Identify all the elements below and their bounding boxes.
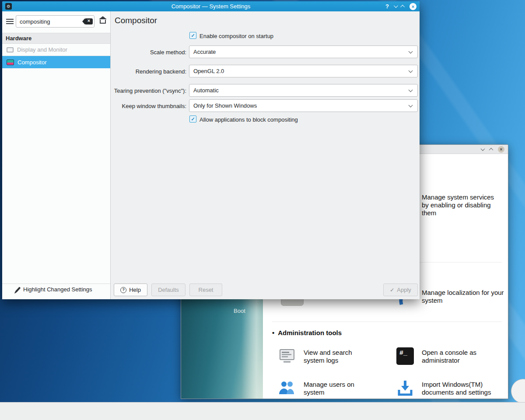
dropdown-value: Automatic bbox=[193, 84, 219, 96]
chevron-down-icon bbox=[409, 69, 413, 73]
sidebar-item-compositor[interactable]: Compositor bbox=[2, 56, 110, 68]
reset-button-label: Reset bbox=[199, 287, 214, 293]
dropdown-value: Accurate bbox=[193, 46, 216, 58]
users-icon[interactable] bbox=[278, 379, 296, 397]
block-compositing-checkbox[interactable]: ✓ bbox=[189, 116, 196, 122]
admin-item-console-label[interactable]: Open a console as administrator bbox=[422, 349, 498, 364]
rendering-backend-dropdown[interactable]: OpenGL 2.0 bbox=[189, 65, 418, 77]
clear-search-icon[interactable] bbox=[85, 18, 93, 24]
apply-check-icon: ✓ bbox=[390, 287, 394, 293]
chevron-down-icon bbox=[409, 103, 413, 108]
help-button[interactable]: ? Help bbox=[114, 284, 147, 296]
admin-item-import-label[interactable]: Import Windows(TM) documents and setting… bbox=[422, 381, 508, 396]
desktop-widget-circle[interactable] bbox=[511, 379, 525, 403]
sidebar-footer-separator bbox=[2, 284, 110, 284]
hamburger-menu-icon[interactable] bbox=[6, 19, 14, 24]
minimize-icon[interactable] bbox=[394, 4, 398, 8]
mcc-row-localization-label[interactable]: Manage localization for your system bbox=[422, 289, 505, 304]
system-settings-window[interactable]: ⚙ Compositor — System Settings ? × Hardw… bbox=[2, 1, 420, 299]
minimize-icon[interactable] bbox=[481, 147, 485, 151]
maximize-icon[interactable] bbox=[489, 148, 494, 152]
window-title: Compositor — System Settings bbox=[2, 1, 420, 11]
rendering-backend-label: Rendering backend: bbox=[46, 68, 186, 75]
dropdown-value: OpenGL 2.0 bbox=[193, 65, 224, 77]
mcc-section-separator bbox=[272, 322, 502, 322]
admin-tools-title: Administration tools bbox=[278, 329, 342, 336]
highlight-changed-settings[interactable]: Highlight Changed Settings bbox=[17, 286, 92, 293]
desktop: × Boot Manage system services by enablin… bbox=[0, 0, 525, 420]
console-icon[interactable]: #_ bbox=[396, 347, 414, 365]
monitor-icon bbox=[7, 47, 14, 52]
apply-button[interactable]: ✓ Apply bbox=[383, 284, 418, 296]
admin-item-users-label[interactable]: Manage users on system bbox=[304, 381, 369, 396]
dropdown-value: Only for Shown Windows bbox=[193, 100, 257, 112]
help-button-label: Help bbox=[129, 287, 141, 293]
apply-button-label: Apply bbox=[397, 287, 411, 293]
page-title: Compositor bbox=[115, 16, 157, 25]
scale-method-dropdown[interactable]: Accurate bbox=[189, 46, 418, 58]
keep-thumbnails-dropdown[interactable]: Only for Shown Windows bbox=[189, 99, 418, 112]
import-windows-icon[interactable] bbox=[396, 379, 414, 397]
admin-item-logs-label[interactable]: View and search system logs bbox=[304, 349, 369, 364]
enable-compositor-label: Enable compositor on startup bbox=[200, 33, 273, 39]
sidebar-item-label: Compositor bbox=[18, 59, 46, 66]
block-compositing-label: Allow applications to block compositing bbox=[200, 116, 298, 123]
keep-thumbnails-label: Keep window thumbnails: bbox=[46, 103, 186, 109]
home-icon[interactable] bbox=[100, 20, 106, 24]
check-icon: ✓ bbox=[190, 32, 196, 38]
help-badge-icon: ? bbox=[120, 287, 126, 293]
taskbar bbox=[0, 402, 525, 420]
mcc-sidebar-item-boot[interactable]: Boot bbox=[234, 308, 245, 314]
close-icon[interactable]: × bbox=[498, 146, 504, 153]
sidebar-section-hardware: Hardware bbox=[2, 33, 110, 44]
compositor-icon bbox=[7, 60, 14, 65]
scale-method-label: Scale method: bbox=[46, 49, 186, 56]
bullet-icon: • bbox=[272, 329, 274, 336]
defaults-button-label: Defaults bbox=[158, 287, 179, 293]
mcc-window-controls: × bbox=[481, 145, 504, 154]
reset-button[interactable]: Reset bbox=[189, 284, 222, 296]
maximize-icon[interactable] bbox=[400, 5, 405, 9]
settings-window-controls: ? × bbox=[385, 1, 416, 11]
check-icon: ✓ bbox=[190, 116, 196, 122]
system-logs-icon[interactable] bbox=[278, 347, 296, 365]
tearing-prevention-dropdown[interactable]: Automatic bbox=[189, 84, 418, 97]
mcc-row-services-label[interactable]: Manage system services by enabling or di… bbox=[422, 193, 501, 217]
tearing-prevention-label: Tearing prevention ("vsync"): bbox=[46, 88, 186, 94]
chevron-down-icon bbox=[409, 49, 413, 54]
defaults-button[interactable]: Defaults bbox=[151, 284, 186, 296]
close-icon[interactable]: × bbox=[410, 3, 416, 10]
mcc-admin-tools-header: •Administration tools bbox=[272, 329, 342, 336]
settings-titlebar[interactable]: ⚙ Compositor — System Settings ? × bbox=[2, 1, 420, 11]
enable-compositor-checkbox[interactable]: ✓ bbox=[189, 32, 196, 39]
help-icon[interactable]: ? bbox=[385, 3, 389, 10]
chevron-down-icon bbox=[409, 88, 413, 92]
highlight-changed-settings-label: Highlight Changed Settings bbox=[23, 286, 92, 293]
